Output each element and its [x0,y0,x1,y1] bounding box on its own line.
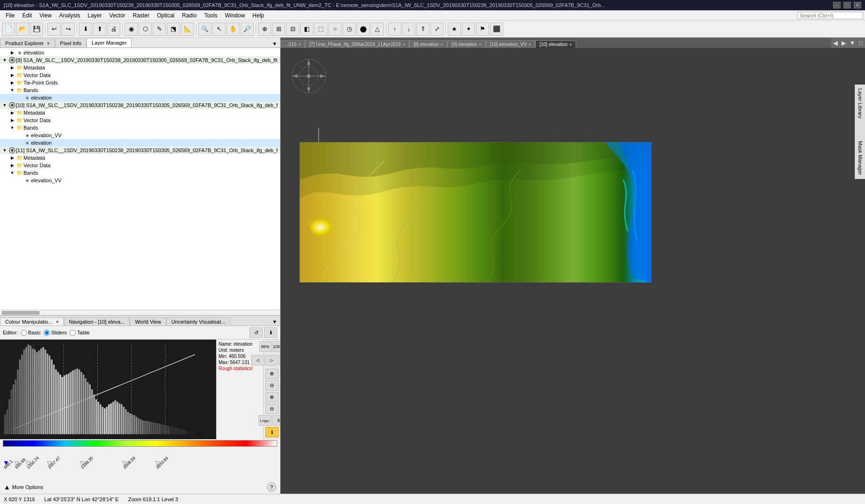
tab-colour-manipulation[interactable]: Colour Manipulatio... × [0,318,64,326]
save-button[interactable]: 💾 [30,23,43,36]
img-tab-elev9-close[interactable]: × [479,42,481,47]
img-tab-elvv10-close[interactable]: × [529,42,531,47]
maximize-button[interactable]: □ [843,2,851,8]
tool8[interactable]: ⊟ [286,23,299,36]
img-tab-elev9[interactable]: [9] elevation × [447,40,485,48]
te-m10[interactable]: ▶ [8,109,16,116]
navigation-compass[interactable] [290,57,327,95]
radio-sliders[interactable]: Sliders [44,330,67,336]
bottom-panel-collapse[interactable]: ▼ [269,318,280,326]
tree-item-bands9[interactable]: ▼ 📁 Bands [0,86,280,94]
img-tab-elev8-close[interactable]: × [441,42,443,47]
tree-expander-p9[interactable]: ▼ [1,57,8,63]
menu-radio[interactable]: Radio [178,11,200,20]
tab-product-explorer[interactable]: Product Explorer × [0,39,55,47]
tool14[interactable]: △ [371,23,384,36]
grid-button[interactable]: ⊞ [273,415,281,426]
percent95-button[interactable]: 95% [259,341,272,352]
radio-sliders-input[interactable] [44,330,50,336]
te-m9[interactable]: ▶ [8,64,16,71]
tree-item-metadata11[interactable]: ▶ 📁 Metadata [0,154,280,162]
pan-tool[interactable]: ✋ [226,23,240,36]
layer-tree[interactable]: ▶ ■ elevation ▼ [9] S1A_IW_SLC__1SDV_201… [0,48,280,310]
tool21[interactable]: ⚑ [476,23,489,36]
layer-library-tab[interactable]: Layer Library [857,86,863,120]
select-tool[interactable]: ↖ [212,23,226,36]
tool9[interactable]: ◧ [300,23,313,36]
tab-uncertainty[interactable]: Uncertainty Visualisat... [166,318,231,326]
search-input[interactable] [797,12,863,19]
tool20[interactable]: ✦ [462,23,475,36]
tree-item-bands11[interactable]: ▼ 📁 Bands [0,169,280,177]
radio-table[interactable]: Table [70,330,89,336]
tree-item-elevation9[interactable]: ■ elevation [0,94,280,101]
zoom-in-tool[interactable]: 🔎 [241,23,254,36]
tab-layer-manager[interactable]: Layer Manager [86,38,132,47]
help-button[interactable]: ? [267,482,276,492]
menu-edit[interactable]: Edit [18,11,36,20]
new-button[interactable]: 📄 [2,23,15,36]
tree-item-product9[interactable]: ▼ [9] S1A_IW_SLC__1SDV_20190330T150238_2… [0,56,280,64]
close-button[interactable]: ✕ [854,2,861,8]
tool10[interactable]: ⬚ [314,23,327,36]
te-m11[interactable]: ▶ [8,155,16,161]
img-tab-elev8[interactable]: [8] elevation × [409,40,447,48]
tree-item-metadata10[interactable]: ▶ 📁 Metadata [0,109,280,116]
tool19[interactable]: ★ [448,23,461,36]
te-v9[interactable]: ▶ [8,72,16,78]
log-button[interactable]: Log₁₀ [258,415,272,426]
percent100-button[interactable]: 100% [273,341,281,352]
menu-tools[interactable]: Tools [201,11,221,20]
tab-pixel-info[interactable]: Pixel Info [55,39,86,47]
tree-item-product10[interactable]: ▼ [10] S1A_IW_SLC__1SDV_20190330T150238_… [0,101,280,109]
tool4[interactable]: ⬔ [167,23,180,36]
zoom-out-hist[interactable]: ⊖ [265,380,279,391]
img-tab-015[interactable]: ...015 × [281,40,305,48]
radio-basic-input[interactable] [21,330,27,336]
tool13[interactable]: ⬤ [357,23,370,36]
tree-item-metadata9[interactable]: ▶ 📁 Metadata [0,64,280,71]
tree-expander[interactable]: ▶ [8,49,16,56]
tool12[interactable]: ◷ [343,23,356,36]
open-button[interactable]: 📂 [16,23,29,36]
tool6[interactable]: ⊕ [258,23,271,36]
tree-item-elevation-top[interactable]: ▶ ■ elevation [0,49,280,56]
menu-window[interactable]: Window [221,11,249,20]
tree-item-product11[interactable]: ▼ [11] S1A_IW_SLC__1SDV_20190330T150238_… [0,147,280,154]
menu-file[interactable]: File [2,11,18,20]
tree-expander-p10[interactable]: ▼ [1,102,8,109]
img-tab-unw-close[interactable]: × [403,42,405,47]
tab-nav-down[interactable]: ▼ [848,38,857,48]
mask-manager-tab[interactable]: Mask Manager [857,139,863,177]
te-tpg9[interactable]: ▶ [8,79,16,86]
img-tab-elev10[interactable]: [10] elevation × [535,40,576,48]
tab-nav-maximize[interactable]: □ [857,38,865,48]
menu-help[interactable]: Help [249,11,268,20]
menu-raster[interactable]: Raster [129,11,153,20]
tool15[interactable]: ↑ [388,23,401,36]
te-b9[interactable]: ▼ [8,87,16,93]
img-tab-unw[interactable]: [7] Unw_Phase_ifg_30Mar2019_11Apr2019 × [305,40,409,48]
menu-vector[interactable]: Vector [106,11,129,20]
menu-optical[interactable]: Optical [153,11,178,20]
tree-item-vector10[interactable]: ▶ 📁 Vector Data [0,116,280,124]
zoom-tool[interactable]: 🔍 [198,23,211,36]
undo-button[interactable]: ↩ [47,23,61,36]
clip-high-button[interactable]: ▶ [280,355,281,365]
tool2[interactable]: ⬡ [139,23,152,36]
img-tab-elvv10[interactable]: [10] elevation_VV × [486,40,536,48]
minimize-button[interactable]: ─ [833,2,841,8]
more-options-arrow[interactable]: ▲ [4,483,10,491]
tool1[interactable]: ◉ [125,23,138,36]
tree-item-elev10[interactable]: ■ elevation [0,139,280,147]
tree-item-tpg9[interactable]: ▶ 📁 Tie-Point Grids [0,79,280,86]
tool5[interactable]: 📐 [181,23,194,36]
import-button[interactable]: ⬇ [79,23,92,36]
radio-basic[interactable]: Basic [21,330,41,336]
tool17[interactable]: ⇑ [416,23,429,36]
clip-low-button[interactable]: ◁ [251,355,265,365]
menu-analysis[interactable]: Analysis [55,11,84,20]
tree-item-bands10[interactable]: ▼ 📁 Bands [0,124,280,132]
te-v10[interactable]: ▶ [8,117,16,124]
menu-layer[interactable]: Layer [84,11,106,20]
